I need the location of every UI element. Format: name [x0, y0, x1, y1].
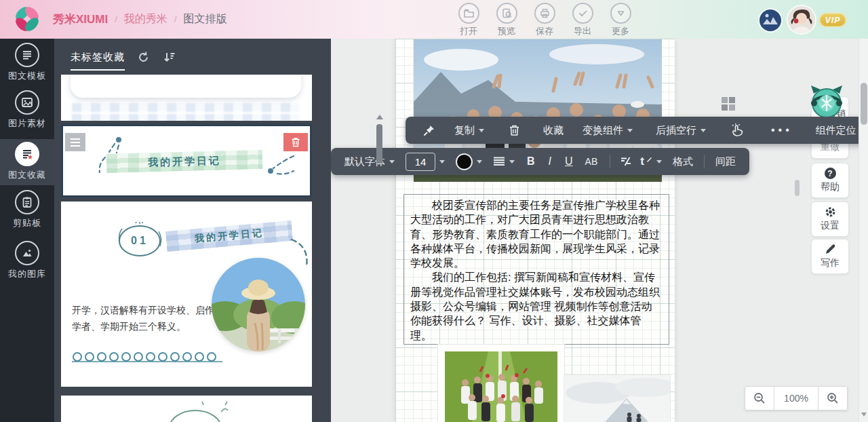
- color-swatch-black: [456, 153, 473, 170]
- format-button[interactable]: 格式: [673, 155, 693, 168]
- field-photo: [445, 351, 557, 422]
- section-number-badge: 01: [115, 222, 164, 260]
- favorite-card[interactable]: [61, 75, 312, 121]
- text-color-picker[interactable]: [456, 153, 482, 170]
- folder-icon: [458, 3, 479, 24]
- more-button[interactable]: 更多: [601, 3, 639, 37]
- open-button[interactable]: 打开: [450, 3, 488, 37]
- breadcrumb: 秀米XIUMI / 我的秀米 / 图文排版: [53, 0, 226, 39]
- xiumi-logo-icon[interactable]: [12, 4, 42, 34]
- text-style-button[interactable]: t: [640, 155, 662, 168]
- favorite-card-selected[interactable]: 我的开学日记: [61, 124, 312, 197]
- pencil-mini-icon: [646, 156, 652, 162]
- underline-button[interactable]: U: [565, 155, 573, 168]
- export-button[interactable]: 导出: [564, 3, 601, 37]
- spacing-button[interactable]: 间距: [715, 155, 736, 168]
- card-preview-stripe: [72, 114, 300, 121]
- locate-component-button[interactable]: 组件定位: [816, 124, 856, 137]
- favorite-card[interactable]: [61, 396, 312, 422]
- sidebar-item-clipboard[interactable]: 剪贴板: [0, 190, 54, 235]
- divider: [704, 155, 705, 168]
- italic-button[interactable]: I: [549, 155, 551, 168]
- doodle-dash-curve: [289, 237, 313, 269]
- vip-badge[interactable]: VIP: [819, 13, 846, 27]
- field-photo-frame[interactable]: [438, 345, 564, 422]
- panel-scroll-up-arrow[interactable]: [376, 115, 383, 119]
- component-toolbar: 复制 收藏 变换组件 后插空行 ••• 组件定位: [406, 117, 868, 144]
- zoom-in-button[interactable]: [818, 386, 848, 410]
- doodle-peek: [163, 401, 244, 422]
- zoom-out-button[interactable]: [745, 386, 774, 410]
- insert-blank-line-button[interactable]: 后插空行: [656, 124, 706, 137]
- format-toolbar: 默认字体 14 B I U AB t 格式 间距: [331, 148, 749, 175]
- canvas-scrollbar-thumb[interactable]: [795, 180, 800, 196]
- sort-desc-icon[interactable]: [163, 51, 176, 66]
- card-menu-button[interactable]: [65, 133, 85, 151]
- breadcrumb-layout: 图文排版: [183, 12, 226, 26]
- trash-icon: [291, 137, 300, 147]
- paragraph: 校团委宣传部的主要任务是宣传推广学校里各种大型活动的工作，对广大团员青年进行思想…: [410, 198, 663, 270]
- mountain-photo[interactable]: [564, 375, 670, 422]
- left-nav: 图文模板 图片素材 图文收藏 剪贴板 我的图库 收起: [0, 39, 54, 422]
- team-avatar[interactable]: [760, 9, 781, 31]
- main-scrollbar[interactable]: [859, 39, 868, 422]
- sidebar-item-templates[interactable]: 图文模板: [0, 43, 54, 88]
- breadcrumb-separator: /: [115, 14, 117, 24]
- pin-icon[interactable]: [423, 124, 435, 136]
- copy-button[interactable]: 复制: [454, 124, 484, 137]
- save-button[interactable]: 保存: [526, 3, 564, 37]
- card-title-banner: 我的开学日记: [106, 150, 263, 173]
- refresh-icon[interactable]: [137, 51, 150, 66]
- delete-button[interactable]: [509, 124, 520, 136]
- more-options-button[interactable]: •••: [771, 124, 793, 136]
- sidebar-item-images[interactable]: 图片素材: [0, 90, 54, 135]
- tab-untagged-favorites[interactable]: 未标签收藏: [71, 51, 125, 71]
- favorite-doc-icon: [15, 142, 39, 166]
- help-button[interactable]: ? 帮助: [811, 163, 849, 198]
- divider: [610, 155, 610, 168]
- preview-button[interactable]: 预览: [488, 3, 526, 37]
- user-avatar[interactable]: [788, 6, 815, 33]
- clear-format-button[interactable]: [620, 156, 632, 167]
- doc-lines-icon: [15, 43, 39, 67]
- transform-component-button[interactable]: 变换组件: [583, 124, 633, 137]
- zoom-out-icon: [753, 392, 766, 404]
- check-icon: [572, 3, 593, 24]
- card-preview-shape: [71, 75, 301, 98]
- favorite-card-diary[interactable]: 01 我的开学日记 开学，汉语解释有开设学校、启作学者、学期开始三个释义。: [61, 202, 312, 387]
- font-size-select[interactable]: 14: [406, 153, 445, 171]
- settings-button[interactable]: 设置: [811, 202, 849, 237]
- strike-button[interactable]: AB: [585, 156, 598, 167]
- breadcrumb-my-xiumi[interactable]: 我的秀米: [124, 12, 167, 26]
- favorite-button[interactable]: 收藏: [543, 124, 564, 137]
- align-select[interactable]: [493, 157, 515, 166]
- printer-icon: [534, 3, 555, 24]
- bold-button[interactable]: B: [527, 155, 535, 168]
- card-title: 我的开学日记: [148, 154, 221, 169]
- pencil-icon: [825, 244, 836, 255]
- hand-pointer-icon[interactable]: [730, 123, 744, 137]
- paragraph: 我们的工作包括: 撰写新闻稿和宣传材料、宣传册等视觉作品管理社交媒体账号，发布校…: [410, 270, 663, 342]
- card-title: 我的开学日记: [194, 227, 264, 246]
- font-family-select[interactable]: 默认字体: [344, 155, 395, 168]
- card-delete-button[interactable]: [283, 133, 308, 151]
- mascot-cat-icon[interactable]: [808, 84, 845, 121]
- gear-icon: [825, 206, 836, 218]
- caret-down-icon: [627, 129, 633, 132]
- girl-photo: [212, 258, 305, 351]
- sidebar-item-favorites[interactable]: 图文收藏: [0, 139, 54, 185]
- sidebar-item-gallery[interactable]: 我的图库: [0, 241, 54, 286]
- write-button[interactable]: 写作: [811, 239, 849, 274]
- top-bar: 秀米XIUMI / 我的秀米 / 图文排版 打开 预览 保存: [0, 0, 868, 39]
- text-component[interactable]: 校团委宣传部的主要任务是宣传推广学校里各种大型活动的工作，对广大团员青年进行思想…: [403, 194, 669, 345]
- main-scrollbar-thumb[interactable]: [861, 83, 867, 125]
- favorites-panel: 未标签收藏 我的开学日记: [54, 39, 331, 422]
- panel-scrollbar-thumb[interactable]: [376, 124, 382, 164]
- breadcrumb-brand[interactable]: 秀米XIUMI: [53, 12, 108, 27]
- breadcrumb-separator: /: [174, 14, 177, 24]
- caret-down-icon: [701, 129, 706, 132]
- trash-icon: [509, 124, 520, 136]
- question-icon: ?: [825, 168, 836, 179]
- scroll-down-arrow[interactable]: [861, 413, 867, 417]
- layout-grid-icon[interactable]: [720, 96, 736, 115]
